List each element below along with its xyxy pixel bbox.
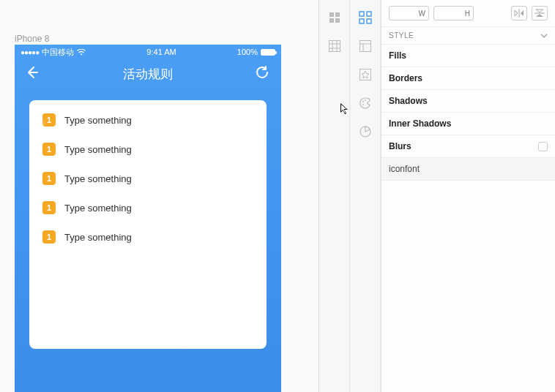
pie-icon[interactable] (357, 123, 374, 140)
flip-vertical-icon[interactable] (532, 6, 548, 20)
layout-icon[interactable] (357, 9, 374, 26)
item-badge: 1 (42, 201, 56, 214)
nav-bar: 活动规则 (15, 58, 281, 90)
grid-icon[interactable] (326, 37, 343, 55)
svg-rect-1 (335, 12, 340, 17)
style-label: STYLE (389, 31, 414, 39)
height-input[interactable] (433, 6, 474, 20)
svg-rect-5 (360, 12, 364, 16)
star-icon[interactable] (357, 66, 374, 83)
item-text: Type something (64, 115, 132, 126)
list-item: 1 Type something (42, 143, 253, 156)
decor-circle (242, 129, 252, 139)
fills-row[interactable]: Fills (381, 45, 555, 67)
chevron-down-icon (540, 34, 548, 38)
list-item: 1 Type something (42, 172, 253, 185)
shadows-label: Shadows (389, 96, 428, 106)
svg-point-12 (365, 99, 366, 101)
right-tool-strip (350, 0, 381, 392)
flip-horizontal-icon[interactable] (511, 6, 527, 20)
signal-dots-icon: ●●●●● (21, 48, 39, 56)
refresh-icon[interactable] (255, 65, 271, 83)
back-icon[interactable] (25, 65, 41, 83)
item-text: Type something (64, 203, 132, 214)
item-badge: 1 (42, 172, 56, 185)
inspector-panel: STYLE Fills Borders Shadows Inner Shadow… (381, 0, 555, 392)
svg-rect-8 (367, 19, 371, 23)
blurs-label: Blurs (389, 141, 411, 151)
content-card: 1 Type something 1 Type something 1 Type… (29, 100, 267, 349)
status-bar: ●●●●● 中国移动 9:41 AM 100% (15, 45, 281, 58)
grid-small-icon[interactable] (326, 9, 343, 26)
item-text: Type something (64, 173, 132, 184)
size-row (381, 0, 555, 27)
blurs-checkbox[interactable] (538, 142, 548, 151)
palette-icon[interactable] (357, 94, 374, 112)
iconfont-label: iconfont (389, 164, 420, 174)
inner-shadows-label: Inner Shadows (389, 118, 451, 129)
columns-icon[interactable] (357, 37, 374, 55)
battery-icon (261, 49, 275, 56)
svg-rect-6 (367, 12, 371, 16)
svg-rect-4 (329, 41, 340, 52)
svg-point-13 (362, 104, 364, 105)
svg-rect-2 (329, 18, 334, 23)
wifi-icon (77, 49, 86, 56)
svg-rect-0 (329, 12, 334, 17)
item-text: Type something (64, 144, 132, 155)
battery-pct: 100% (237, 48, 258, 56)
list-item: 1 Type something (42, 201, 253, 214)
carrier-label: 中国移动 (42, 47, 74, 58)
artboard-label: iPhone 8 (15, 34, 49, 44)
shadows-row[interactable]: Shadows (381, 90, 555, 113)
item-badge: 1 (42, 143, 56, 156)
svg-rect-7 (360, 19, 364, 23)
left-tool-strip (319, 0, 350, 392)
svg-rect-3 (335, 18, 340, 23)
status-time: 9:41 AM (146, 48, 176, 56)
canvas[interactable]: iPhone 8 ●●●●● 中国移动 9:41 AM 100% 活动规则 (0, 0, 319, 392)
list-item: 1 Type something (42, 230, 253, 244)
style-section-header[interactable]: STYLE (381, 27, 555, 45)
borders-row[interactable]: Borders (381, 67, 555, 90)
svg-rect-9 (360, 41, 370, 52)
phone-artboard[interactable]: ●●●●● 中国移动 9:41 AM 100% 活动规则 1 Type some… (15, 45, 281, 392)
svg-point-11 (362, 101, 364, 102)
iconfont-row[interactable]: iconfont (381, 158, 555, 181)
list-item: 1 Type something (42, 113, 253, 127)
borders-label: Borders (389, 73, 422, 83)
blurs-row[interactable]: Blurs (381, 135, 555, 158)
width-input[interactable] (389, 6, 429, 20)
item-text: Type something (64, 232, 132, 243)
inner-shadows-row[interactable]: Inner Shadows (381, 113, 555, 135)
item-badge: 1 (42, 230, 56, 244)
fills-label: Fills (389, 50, 406, 61)
nav-title: 活动规则 (41, 66, 255, 83)
